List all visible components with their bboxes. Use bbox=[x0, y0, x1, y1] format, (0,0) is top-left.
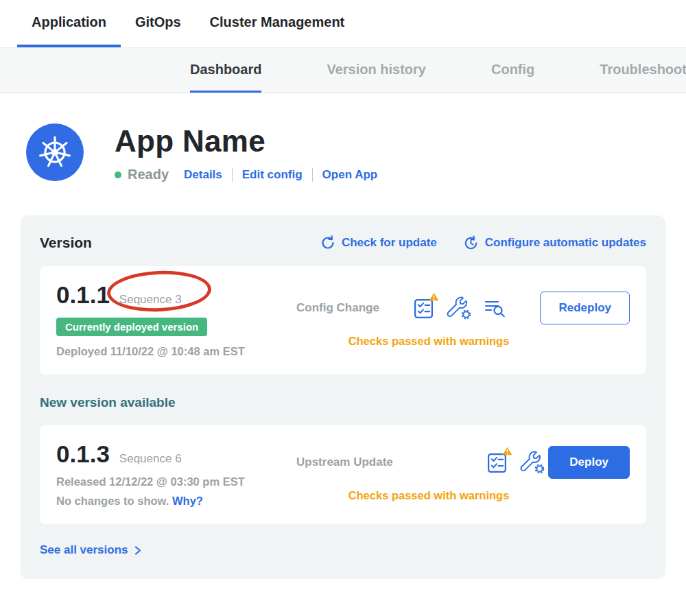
released-timestamp: Released 12/12/22 @ 03:30 pm EST bbox=[56, 475, 296, 488]
current-checks-status: Checks passed with warnings bbox=[296, 335, 630, 348]
preflight-checks-icon[interactable] bbox=[413, 297, 434, 320]
new-version-info: 0.1.3 Sequence 6 Released 12/12/22 @ 03:… bbox=[56, 440, 296, 508]
configure-automatic-updates-label: Configure automatic updates bbox=[485, 236, 646, 250]
edit-config-link[interactable]: Edit config bbox=[242, 168, 303, 182]
new-sequence-label: Sequence 6 bbox=[119, 452, 182, 466]
app-sub-navigation: Dashboard Version history Config Trouble… bbox=[0, 48, 686, 93]
refresh-icon bbox=[320, 235, 335, 250]
deployed-timestamp: Deployed 11/10/22 @ 10:48 am EST bbox=[56, 345, 296, 358]
version-heading: Version bbox=[40, 235, 92, 251]
why-link[interactable]: Why? bbox=[172, 495, 203, 507]
gear-icon bbox=[462, 311, 471, 319]
list-search-icon bbox=[484, 297, 506, 319]
tab-version-history[interactable]: Version history bbox=[327, 48, 426, 93]
nav-item-application[interactable]: Application bbox=[17, 0, 121, 47]
current-version-check-icons bbox=[413, 296, 506, 320]
preflight-checks-icon[interactable] bbox=[486, 451, 508, 474]
new-version-row: 0.1.3 Sequence 6 bbox=[56, 440, 296, 468]
kubernetes-helm-icon bbox=[26, 123, 84, 181]
current-version-card: 0.1.1 Sequence 3 Currently deployed vers… bbox=[40, 266, 646, 375]
current-version-number: 0.1.1 bbox=[56, 281, 110, 309]
new-version-actions-row: Upstream Update bbox=[296, 446, 630, 479]
configure-automatic-updates-link[interactable]: Configure automatic updates bbox=[463, 235, 646, 251]
divider bbox=[312, 168, 313, 182]
current-version-row: 0.1.1 Sequence 3 bbox=[56, 281, 296, 309]
file-search-icon[interactable] bbox=[484, 297, 506, 319]
wrench-gear-icon[interactable] bbox=[447, 296, 471, 320]
current-version-actions-row: Config Change bbox=[296, 292, 630, 324]
version-panel: Version Check for update Configure autom… bbox=[21, 215, 665, 579]
app-status-row: Ready Details Edit config Open App bbox=[115, 167, 377, 182]
deploy-button[interactable]: Deploy bbox=[548, 446, 630, 479]
tab-dashboard[interactable]: Dashboard bbox=[190, 48, 261, 93]
nav-item-cluster-management[interactable]: Cluster Management bbox=[196, 0, 359, 47]
new-checks-status: Checks passed with warnings bbox=[296, 489, 630, 502]
change-type-label: Upstream Update bbox=[296, 455, 393, 469]
app-header: App Name Ready Details Edit config Open … bbox=[0, 93, 686, 182]
redeploy-button[interactable]: Redeploy bbox=[540, 292, 630, 324]
clock-refresh-icon bbox=[463, 235, 479, 251]
details-link[interactable]: Details bbox=[184, 168, 222, 182]
new-version-available-heading: New version available bbox=[40, 395, 646, 410]
app-title-block: App Name Ready Details Edit config Open … bbox=[115, 123, 377, 182]
divider bbox=[232, 168, 233, 182]
current-version-info: 0.1.1 Sequence 3 Currently deployed vers… bbox=[56, 281, 296, 358]
wrench-icon bbox=[447, 296, 471, 320]
wrench-gear-icon[interactable] bbox=[520, 451, 545, 474]
new-version-actions: Upstream Update bbox=[296, 440, 630, 508]
version-panel-header: Version Check for update Configure autom… bbox=[40, 235, 646, 251]
red-circle-annotation bbox=[106, 269, 212, 314]
no-changes-line: No changes to show. Why? bbox=[56, 495, 296, 508]
nav-item-gitops[interactable]: GitOps bbox=[121, 0, 196, 47]
check-for-update-link[interactable]: Check for update bbox=[320, 235, 437, 250]
no-changes-text: No changes to show. bbox=[56, 495, 169, 507]
current-version-actions: Config Change bbox=[296, 281, 630, 358]
new-version-check-icons bbox=[486, 451, 545, 474]
ready-status-dot-icon bbox=[115, 171, 121, 178]
currently-deployed-badge: Currently deployed version bbox=[56, 318, 207, 336]
version-panel-actions: Check for update Configure automatic upd… bbox=[320, 235, 646, 251]
tab-troubleshoot[interactable]: Troubleshoot bbox=[600, 48, 686, 93]
top-navigation: Application GitOps Cluster Management bbox=[0, 0, 686, 48]
open-app-link[interactable]: Open App bbox=[322, 168, 378, 182]
chevron-right-icon bbox=[134, 545, 142, 556]
gear-icon bbox=[535, 465, 543, 473]
new-version-card: 0.1.3 Sequence 6 Released 12/12/22 @ 03:… bbox=[40, 425, 646, 524]
check-for-update-label: Check for update bbox=[342, 236, 437, 250]
page-title: App Name bbox=[115, 124, 377, 158]
see-all-versions-label: See all versions bbox=[40, 543, 128, 557]
tab-config[interactable]: Config bbox=[491, 48, 534, 93]
helm-wheel-icon bbox=[37, 134, 73, 170]
see-all-versions-link[interactable]: See all versions bbox=[40, 543, 142, 557]
new-version-number: 0.1.3 bbox=[56, 440, 110, 468]
status-label: Ready bbox=[128, 167, 169, 182]
warning-triangle-icon bbox=[502, 447, 512, 455]
wrench-icon bbox=[520, 451, 545, 474]
change-type-label: Config Change bbox=[296, 301, 379, 315]
warning-triangle-icon bbox=[429, 292, 439, 301]
current-sequence-label: Sequence 3 bbox=[119, 293, 182, 307]
